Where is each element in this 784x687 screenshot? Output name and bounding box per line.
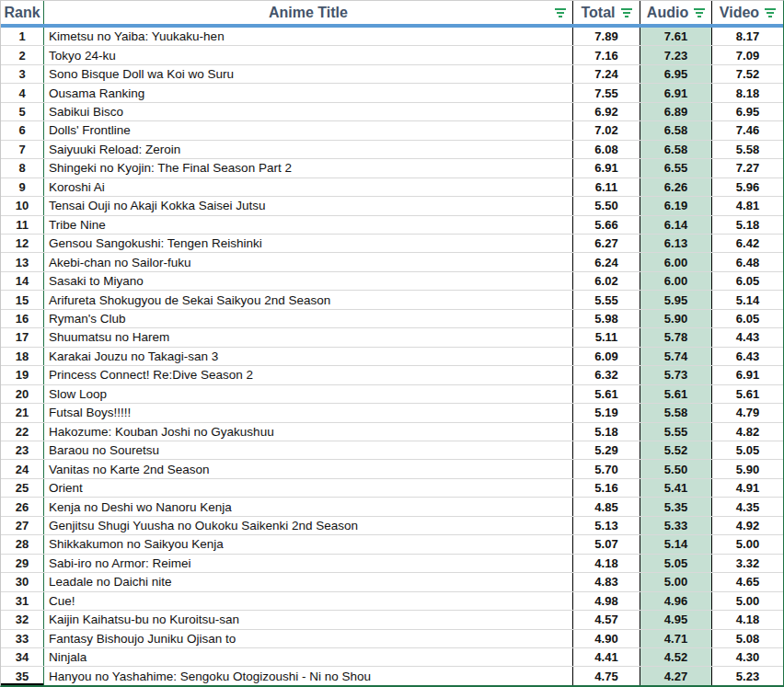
video-cell[interactable]: 4.18 — [712, 611, 783, 628]
title-cell[interactable]: Vanitas no Karte 2nd Season — [44, 460, 573, 477]
total-cell[interactable]: 5.07 — [573, 535, 640, 553]
title-cell[interactable]: Saiyuuki Reload: Zeroin — [44, 141, 573, 158]
total-cell[interactable]: 5.29 — [573, 441, 640, 459]
rank-cell[interactable]: 34 — [1, 648, 44, 666]
rank-cell[interactable]: 27 — [1, 517, 44, 534]
filter-icon[interactable] — [621, 8, 632, 17]
total-cell[interactable]: 7.02 — [573, 121, 640, 139]
title-cell[interactable]: Tribe Nine — [44, 216, 573, 234]
total-cell[interactable]: 5.19 — [573, 404, 640, 421]
total-cell[interactable]: 5.13 — [573, 517, 640, 534]
column-header-total[interactable]: Total — [573, 1, 640, 24]
title-cell[interactable]: Kaijin Kaihatsu-bu no Kuroitsu-san — [44, 611, 573, 628]
rank-cell[interactable]: 16 — [1, 310, 44, 327]
rank-cell[interactable]: 22 — [1, 423, 44, 441]
audio-cell[interactable]: 6.00 — [640, 272, 712, 290]
column-header-video[interactable]: Video — [712, 1, 783, 24]
audio-cell[interactable]: 6.13 — [640, 235, 712, 252]
audio-cell[interactable]: 6.58 — [640, 141, 712, 158]
audio-cell[interactable]: 5.74 — [640, 348, 712, 365]
title-cell[interactable]: Shingeki no Kyojin: The Final Season Par… — [44, 159, 573, 177]
title-cell[interactable]: Hanyou no Yashahime: Sengoku Otogizoushi… — [44, 667, 573, 684]
total-cell[interactable]: 5.55 — [573, 291, 640, 308]
title-cell[interactable]: Tensai Ouji no Akaji Kokka Saisei Jutsu — [44, 197, 573, 214]
video-cell[interactable]: 8.17 — [712, 28, 783, 45]
rank-cell[interactable]: 32 — [1, 611, 44, 628]
video-cell[interactable]: 5.05 — [712, 441, 783, 459]
video-cell[interactable]: 5.61 — [712, 385, 783, 403]
audio-cell[interactable]: 5.50 — [640, 460, 712, 477]
audio-cell[interactable]: 6.14 — [640, 216, 712, 234]
title-cell[interactable]: Ousama Ranking — [44, 84, 573, 101]
rank-cell[interactable]: 9 — [1, 178, 44, 196]
video-cell[interactable]: 6.95 — [712, 103, 783, 120]
total-cell[interactable]: 5.50 — [573, 197, 640, 214]
video-cell[interactable]: 6.42 — [712, 235, 783, 252]
audio-cell[interactable]: 4.71 — [640, 630, 712, 647]
total-cell[interactable]: 6.91 — [573, 159, 640, 177]
audio-cell[interactable]: 6.58 — [640, 121, 712, 139]
title-cell[interactable]: Fantasy Bishoujo Juniku Ojisan to — [44, 630, 573, 647]
rank-cell[interactable]: 26 — [1, 498, 44, 515]
rank-cell[interactable]: 4 — [1, 84, 44, 101]
video-cell[interactable]: 4.43 — [712, 328, 783, 346]
total-cell[interactable]: 7.16 — [573, 46, 640, 63]
audio-cell[interactable]: 5.05 — [640, 555, 712, 572]
audio-cell[interactable]: 6.95 — [640, 65, 712, 83]
rank-cell[interactable]: 14 — [1, 272, 44, 290]
rank-cell[interactable]: 33 — [1, 630, 44, 647]
rank-cell[interactable]: 3 — [1, 65, 44, 83]
audio-cell[interactable]: 5.78 — [640, 328, 712, 346]
title-cell[interactable]: Cue! — [44, 592, 573, 610]
video-cell[interactable]: 4.79 — [712, 404, 783, 421]
total-cell[interactable]: 6.32 — [573, 366, 640, 384]
title-cell[interactable]: Sasaki to Miyano — [44, 272, 573, 290]
rank-cell[interactable]: 29 — [1, 555, 44, 572]
total-cell[interactable]: 6.09 — [573, 348, 640, 365]
audio-cell[interactable]: 5.55 — [640, 423, 712, 441]
title-cell[interactable]: Sono Bisque Doll wa Koi wo Suru — [44, 65, 573, 83]
rank-cell[interactable]: 6 — [1, 121, 44, 139]
title-cell[interactable]: Slow Loop — [44, 385, 573, 403]
video-cell[interactable]: 6.48 — [712, 253, 783, 270]
video-cell[interactable]: 7.09 — [712, 46, 783, 63]
rank-cell[interactable]: 17 — [1, 328, 44, 346]
video-cell[interactable]: 7.52 — [712, 65, 783, 83]
video-cell[interactable]: 7.46 — [712, 121, 783, 139]
rank-cell[interactable]: 13 — [1, 253, 44, 270]
total-cell[interactable]: 4.18 — [573, 555, 640, 572]
video-cell[interactable]: 7.27 — [712, 159, 783, 177]
total-cell[interactable]: 7.89 — [573, 28, 640, 45]
total-cell[interactable]: 6.11 — [573, 178, 640, 196]
title-cell[interactable]: Ryman's Club — [44, 310, 573, 327]
total-cell[interactable]: 5.61 — [573, 385, 640, 403]
audio-cell[interactable]: 5.58 — [640, 404, 712, 421]
rank-cell[interactable]: 25 — [1, 479, 44, 497]
title-cell[interactable]: Gensou Sangokushi: Tengen Reishinki — [44, 235, 573, 252]
title-cell[interactable]: Kenja no Deshi wo Nanoru Kenja — [44, 498, 573, 515]
title-cell[interactable]: Tokyo 24-ku — [44, 46, 573, 63]
title-cell[interactable]: Shikkakumon no Saikyou Kenja — [44, 535, 573, 553]
audio-cell[interactable]: 5.35 — [640, 498, 712, 515]
audio-cell[interactable]: 4.96 — [640, 592, 712, 610]
rank-cell[interactable]: 30 — [1, 573, 44, 590]
video-cell[interactable]: 5.23 — [712, 667, 783, 684]
audio-cell[interactable]: 6.91 — [640, 84, 712, 101]
rank-cell[interactable]: 12 — [1, 235, 44, 252]
total-cell[interactable]: 4.75 — [573, 667, 640, 684]
video-cell[interactable]: 5.08 — [712, 630, 783, 647]
title-cell[interactable]: Koroshi Ai — [44, 178, 573, 196]
rank-cell[interactable]: 24 — [1, 460, 44, 477]
title-cell[interactable]: Sabikui Bisco — [44, 103, 573, 120]
video-cell[interactable]: 4.65 — [712, 573, 783, 590]
total-cell[interactable]: 6.24 — [573, 253, 640, 270]
video-cell[interactable]: 4.30 — [712, 648, 783, 666]
video-cell[interactable]: 6.05 — [712, 272, 783, 290]
rank-cell[interactable]: 28 — [1, 535, 44, 553]
total-cell[interactable]: 5.18 — [573, 423, 640, 441]
video-cell[interactable]: 6.91 — [712, 366, 783, 384]
audio-cell[interactable]: 5.00 — [640, 573, 712, 590]
video-cell[interactable]: 8.18 — [712, 84, 783, 101]
rank-cell[interactable]: 15 — [1, 291, 44, 308]
rank-cell[interactable]: 18 — [1, 348, 44, 365]
